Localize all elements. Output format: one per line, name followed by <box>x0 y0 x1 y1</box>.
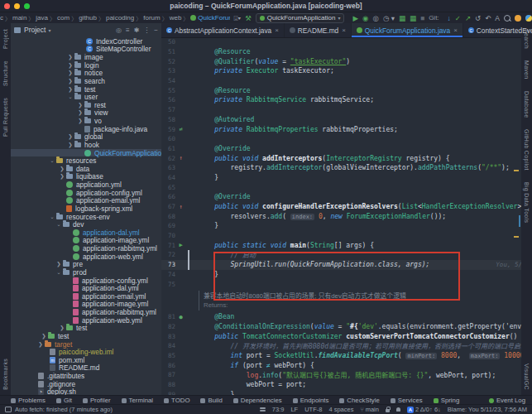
tree-chevron-icon[interactable]: ❯ <box>59 166 65 172</box>
tree-chevron-icon[interactable]: ❯ <box>77 102 84 108</box>
update-project-icon[interactable]: ↓ <box>448 14 451 22</box>
tree-item[interactable]: ❯test <box>11 325 161 333</box>
push-icon[interactable]: ↗ <box>465 14 471 22</box>
build-hammer-icon[interactable]: ⚒ <box>245 14 252 22</box>
tree-item[interactable]: ⌄resources <box>11 156 161 165</box>
tool-stripe-item-big-data-tools[interactable]: Big Data Tools <box>524 182 530 223</box>
tree-item[interactable]: application-config.yml <box>11 189 161 197</box>
settings-icon[interactable]: ✱ <box>134 26 140 34</box>
tree-chevron-icon[interactable]: ❯ <box>59 325 65 331</box>
tool-stripe-item-project[interactable]: Project <box>2 29 8 49</box>
breadcrumb-item[interactable]: 〉github <box>69 14 97 22</box>
tree-item[interactable]: ⌄prod <box>11 268 161 277</box>
more-icon[interactable]: ⋮ <box>143 26 150 34</box>
tree-item[interactable]: application-web.yml <box>11 316 161 325</box>
hide-icon[interactable]: − <box>154 26 158 34</box>
tree-item[interactable]: ⌄dev <box>11 220 161 229</box>
tree-item[interactable]: README.md <box>11 364 161 373</box>
collapse-all-icon[interactable]: ≡ <box>126 26 130 34</box>
file-encoding[interactable]: UTF-8 <box>304 406 322 413</box>
tree-item[interactable]: QuickForumApplication <box>11 149 161 157</box>
tree-chevron-icon[interactable]: ❯ <box>77 118 84 124</box>
tree-item[interactable]: ❯view <box>11 109 161 118</box>
tree-item[interactable]: ❯data <box>11 165 161 173</box>
breadcrumb-item[interactable]: 〉java <box>26 14 48 22</box>
commit-icon[interactable]: ✓ <box>455 14 461 22</box>
tree-item[interactable]: ❯test <box>11 332 161 340</box>
tree-chevron-icon[interactable]: ❯ <box>67 142 74 148</box>
tool-window-button-profiler[interactable]: Profiler <box>83 397 111 404</box>
rerun-icon[interactable]: ▦ <box>410 14 416 22</box>
tool-stripe-item-pull-requests[interactable]: Pull Requests <box>2 98 8 137</box>
tree-item[interactable]: logback-spring.xml <box>11 205 161 213</box>
tool-window-button-terminal[interactable]: Terminal <box>122 397 153 404</box>
tree-item[interactable]: application-rabbitmq.yml <box>11 244 161 253</box>
search-everywhere-icon[interactable] <box>504 15 510 22</box>
user-dropdown-icon[interactable]: ⍗▾ <box>233 14 241 22</box>
tree-chevron-icon[interactable]: ⌄ <box>49 157 55 164</box>
indent-style[interactable]: 4 spaces <box>328 406 353 413</box>
override-icon[interactable]: ↑ <box>175 204 186 210</box>
tree-item[interactable]: application-dal.yml <box>11 229 161 237</box>
tree-item[interactable]: CIndexController <box>11 37 161 46</box>
tree-item[interactable]: .gitignore <box>11 380 161 388</box>
editor-tab[interactable]: QuickForumApplication.java× <box>352 23 463 37</box>
tool-stripe-item-maven[interactable]: Maven <box>524 60 530 79</box>
tool-window-button-services[interactable]: Services <box>391 397 423 404</box>
tool-window-button-todo[interactable]: TODO <box>164 397 189 404</box>
breadcrumb-item[interactable]: 〉web <box>161 14 182 22</box>
tool-window-button-problems[interactable]: Problems <box>11 397 46 404</box>
editor-tab[interactable]: CContextStartedEvent.java× <box>463 23 532 37</box>
tree-chevron-icon[interactable]: ❯ <box>67 86 74 93</box>
tree-item[interactable]: application-email.yml <box>11 197 161 205</box>
run-icon[interactable]: ▶ <box>352 14 358 22</box>
notification-icon[interactable] <box>515 15 521 22</box>
tree-item[interactable]: ⌄resources-env <box>11 213 161 221</box>
tree-item[interactable]: .gitattributes <box>11 372 161 380</box>
breadcrumb[interactable]: c〉main〉java〉com〉github〉paicoding〉forum〉w… <box>0 14 230 22</box>
tool-window-button-dependencies[interactable]: Dependencies <box>233 397 282 404</box>
tree-item[interactable]: ❯image <box>11 53 161 61</box>
close-tab-icon[interactable]: × <box>453 26 458 34</box>
editor-tab[interactable]: README.md× <box>285 23 352 37</box>
breadcrumb-item[interactable]: 〉main <box>3 14 26 22</box>
tree-item[interactable]: mpom.xml <box>11 356 161 364</box>
tool-window-button-build[interactable]: Build <box>200 397 222 404</box>
tree-chevron-icon[interactable]: ❯ <box>77 109 84 116</box>
tree-item[interactable]: ❯test <box>11 85 161 94</box>
tree-item[interactable]: ❯target <box>11 340 161 349</box>
coverage-icon[interactable]: ◎ <box>372 14 378 22</box>
breadcrumb-item[interactable]: 〉com <box>48 14 69 22</box>
tool-window-button-git[interactable]: Git <box>56 397 72 404</box>
history-icon[interactable]: ↺ <box>475 14 481 22</box>
tree-item[interactable]: ⌄user <box>11 93 161 101</box>
tree-chevron-icon[interactable]: ❯ <box>37 341 44 348</box>
profile-avatar[interactable] <box>525 15 532 22</box>
tree-chevron-icon[interactable]: ❯ <box>59 173 65 180</box>
project-panel-title[interactable]: Project <box>24 26 46 34</box>
tree-chevron-icon[interactable]: ❯ <box>67 62 74 69</box>
override-icon[interactable]: ↑ <box>175 155 186 161</box>
rollback-icon[interactable]: ↶ <box>485 14 491 22</box>
tool-stripe-item-github-copilot[interactable]: GitHub Copilot <box>524 129 530 171</box>
run-main-icon[interactable]: ▶ <box>175 242 186 248</box>
breadcrumb-item[interactable]: 〉forum <box>134 14 160 22</box>
tree-item[interactable]: ❯rest <box>11 101 161 109</box>
tree-chevron-icon[interactable]: ⌄ <box>49 214 55 220</box>
code-editor[interactable]: 5051 @Resource52 @Qualifier(value = "tas… <box>161 37 521 396</box>
blame-widget[interactable]: Blame: You 5/11/23, 7:56 AM <box>448 406 527 413</box>
debug-icon[interactable]: ◉ <box>362 14 368 22</box>
tree-chevron-icon[interactable]: ❯ <box>67 54 74 60</box>
tree-item[interactable]: application-image.yml <box>11 301 161 309</box>
build-artifact-icon[interactable]: ▦ <box>399 14 405 22</box>
translate-icon[interactable]: A <box>495 14 500 22</box>
tree-item[interactable]: ❯global <box>11 133 161 142</box>
tree-chevron-icon[interactable]: ❯ <box>67 70 74 76</box>
close-tab-icon[interactable]: × <box>342 26 346 34</box>
tool-window-button-endpoints[interactable]: Endpoints <box>293 397 329 404</box>
tool-window-event-log[interactable]: Event Log <box>489 397 525 404</box>
tree-chevron-icon[interactable]: ❯ <box>41 333 47 339</box>
tree-item[interactable]: application-web.yml <box>11 253 161 261</box>
tree-item[interactable]: paicoding-web.iml <box>11 348 161 356</box>
caret-position[interactable]: 73:9 <box>272 406 285 413</box>
